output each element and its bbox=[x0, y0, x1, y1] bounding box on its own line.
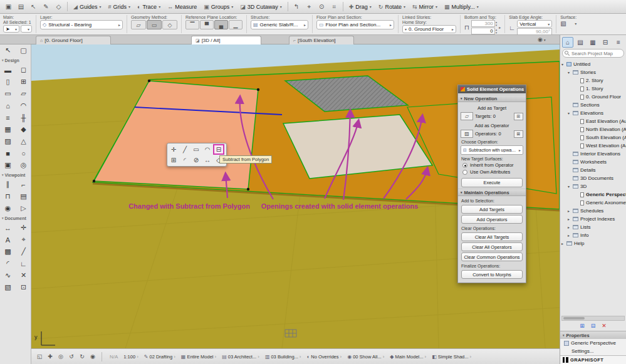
refplane-core-bottom-button[interactable]: ▄ bbox=[214, 20, 228, 29]
tree-item[interactable]: 3D Documents bbox=[560, 174, 626, 182]
tree-item[interactable]: ▾3D bbox=[560, 182, 626, 190]
label-tool-icon[interactable]: ⌖ bbox=[16, 234, 31, 246]
edge-angle-value-field[interactable]: 90,00° bbox=[517, 28, 552, 35]
layer-dropdown[interactable]: ◇Structural - Bearing▸ bbox=[40, 20, 123, 29]
clear-common-operations-button[interactable]: Clear Common Operations bbox=[461, 252, 523, 261]
zone-tool-icon[interactable]: ▨ bbox=[0, 135, 16, 147]
wall-tool-icon[interactable]: ▬ bbox=[0, 64, 16, 76]
fit-icon[interactable]: ◱ bbox=[34, 351, 44, 361]
pencil-icon[interactable]: ✎ bbox=[40, 1, 52, 12]
geometry-rotated-button[interactable]: ◇ bbox=[162, 20, 177, 29]
new-folder-icon[interactable]: ⊞ bbox=[580, 323, 585, 329]
disclosure-closed-icon[interactable]: ▸ bbox=[568, 225, 573, 229]
disclosure-closed-icon[interactable]: ▸ bbox=[568, 209, 573, 213]
clear-all-operators-button[interactable]: Clear All Operators bbox=[461, 242, 523, 251]
tree-item[interactable]: 1. Story bbox=[560, 85, 626, 93]
section-maintain-operations[interactable]: ▾Maintain Operations bbox=[458, 189, 526, 196]
cutaway-button[interactable]: ◪3D Cutaway▾ bbox=[237, 1, 285, 12]
properties-settings[interactable]: Settings... bbox=[560, 347, 626, 355]
top-offset-field[interactable]: 300 bbox=[471, 20, 495, 27]
drag-button[interactable]: ✚Drag▾ bbox=[346, 1, 375, 12]
geometry-rectangle-button[interactable]: ▭ bbox=[147, 20, 162, 29]
tab-3d-all[interactable]: ◪[3D / All] bbox=[191, 36, 261, 44]
text-tool-icon[interactable]: A bbox=[0, 234, 16, 246]
radio-inherit-from-operator[interactable]: Inherit from Operator bbox=[458, 162, 526, 169]
surface-icon[interactable]: ▧ bbox=[560, 20, 566, 27]
arrow-tool-icon[interactable]: ↖ bbox=[0, 44, 16, 56]
pick-target-icon[interactable]: ⊞ bbox=[514, 113, 523, 120]
multiply-button[interactable]: ▦Multiply...▾ bbox=[441, 1, 482, 12]
tree-item[interactable]: North Elevation (Au... bbox=[560, 125, 626, 133]
quick-option-1-100[interactable]: 1:100› bbox=[123, 354, 138, 360]
convert-to-morphs-button[interactable]: Convert to Morphs bbox=[461, 270, 523, 279]
disclosure-closed-icon[interactable]: ▸ bbox=[561, 241, 566, 246]
tab-ground-floor[interactable]: ⌂[0. Ground Floor] bbox=[36, 36, 111, 44]
section-tool-icon[interactable]: ∥ bbox=[0, 179, 16, 190]
origin-icon[interactable]: ⌖ bbox=[303, 1, 315, 12]
chevron-right-icon[interactable]: ▸ bbox=[499, 25, 501, 29]
morph-tool-icon[interactable]: ◆ bbox=[16, 123, 31, 135]
rotate-button[interactable]: ↻Rotate▾ bbox=[375, 1, 409, 12]
tree-item[interactable]: 0. Ground Floor bbox=[560, 93, 626, 101]
spline-tool-icon[interactable]: ∿ bbox=[0, 269, 16, 281]
shell-tool-icon[interactable]: ◠ bbox=[16, 100, 31, 112]
selection-flag-button[interactable]: ▾ bbox=[21, 25, 32, 33]
tree-item[interactable]: South Elevation (Au... bbox=[560, 133, 626, 142]
beam-tool-icon[interactable]: ▭ bbox=[0, 88, 16, 100]
move-node-icon[interactable]: ✛ bbox=[168, 144, 179, 155]
clear-all-targets-button[interactable]: Clear All Targets bbox=[461, 232, 523, 241]
tree-item[interactable]: Interior Elevations bbox=[560, 150, 626, 158]
new-window-icon[interactable]: ▣ bbox=[3, 1, 14, 12]
radio-use-own-attributes[interactable]: Use Own Attributes bbox=[458, 169, 526, 175]
snap-guides-icon[interactable]: ◇ bbox=[53, 1, 65, 12]
line-tool-icon[interactable]: ╱ bbox=[16, 246, 31, 257]
fillet-icon[interactable]: ◜ bbox=[179, 155, 190, 165]
railing-tool-icon[interactable]: ╫ bbox=[16, 112, 31, 123]
quick-option-03-architect[interactable]: ▤03 Architect...› bbox=[222, 354, 259, 360]
snap-grid-icon[interactable]: ⌗ bbox=[328, 1, 340, 12]
palette-title-bar[interactable]: Solid Element Operations bbox=[458, 85, 526, 93]
quick-option-entire-model[interactable]: ▦Entire Model› bbox=[181, 354, 216, 360]
curtain-wall-tool-icon[interactable]: ▦ bbox=[0, 123, 16, 135]
publisher-icon[interactable]: ⊟ bbox=[600, 37, 611, 48]
groups-button[interactable]: ▣Groups▾ bbox=[201, 1, 236, 12]
quick-option-02-drafting[interactable]: ✎02 Drafting› bbox=[144, 354, 175, 360]
lamp-tool-icon[interactable]: ○ bbox=[16, 147, 31, 159]
worksheet-tool-icon[interactable]: ▤ bbox=[16, 190, 31, 202]
tab-overflow-control[interactable]: ◉▾ bbox=[538, 36, 546, 43]
intersect-icon[interactable]: ⊘ bbox=[190, 155, 202, 165]
snap-point-icon[interactable]: ⊙ bbox=[316, 1, 328, 12]
floor-plan-section-dropdown[interactable]: ▭Floor Plan and Section...▸ bbox=[316, 20, 394, 29]
edge-angle-dropdown[interactable]: Vertical▾ bbox=[517, 20, 552, 28]
operator-slab-icon[interactable]: ▨ bbox=[461, 130, 473, 138]
stepper-icon[interactable]: ▴▾ bbox=[496, 21, 498, 27]
quick-option-main-model[interactable]: ◆Main Model...› bbox=[390, 354, 426, 360]
refplane-top-button[interactable]: ▔ bbox=[185, 20, 199, 29]
add-operators-button[interactable]: Add Operators bbox=[461, 215, 523, 224]
arc-tool-icon[interactable]: ◜ bbox=[0, 257, 16, 269]
trace-button[interactable]: ◐Trace▾ bbox=[134, 1, 164, 12]
offset-edge-icon[interactable]: ╱ bbox=[179, 144, 190, 155]
add-targets-button[interactable]: Add Targets bbox=[461, 205, 523, 214]
disclosure-open-icon[interactable]: ▾ bbox=[568, 70, 573, 75]
scrollbar-thumb[interactable] bbox=[563, 317, 585, 320]
window-tool-icon[interactable]: ⊞ bbox=[16, 76, 31, 88]
mesh-tool-icon[interactable]: △ bbox=[16, 135, 31, 147]
tree-item[interactable]: Generic Perspective bbox=[560, 190, 626, 199]
figure-tool-icon[interactable]: ▧ bbox=[0, 281, 16, 293]
delete-icon[interactable]: ✕ bbox=[602, 323, 607, 329]
zoom-icon[interactable]: ◎ bbox=[56, 351, 66, 361]
disclosure-closed-icon[interactable]: ▸ bbox=[568, 233, 573, 237]
grids-button[interactable]: #Grids▾ bbox=[105, 1, 133, 12]
menu-icon[interactable]: ≡ bbox=[613, 37, 624, 48]
tree-item[interactable]: ▸Schedules bbox=[560, 207, 626, 215]
geometry-polygon-button[interactable]: ▱ bbox=[131, 20, 146, 29]
pan-icon[interactable]: ✚ bbox=[45, 351, 55, 361]
tree-item[interactable]: ▸Project Indexes bbox=[560, 215, 626, 223]
refplane-core-top-button[interactable]: ▀ bbox=[200, 20, 214, 29]
project-map-search-input[interactable] bbox=[562, 49, 624, 58]
stair-tool-icon[interactable]: ≡ bbox=[0, 112, 16, 123]
dimension-tool-icon[interactable]: ↔ bbox=[0, 222, 16, 234]
tree-item[interactable]: Worksheets bbox=[560, 158, 626, 166]
tree-item[interactable]: ▸Help bbox=[560, 239, 626, 247]
